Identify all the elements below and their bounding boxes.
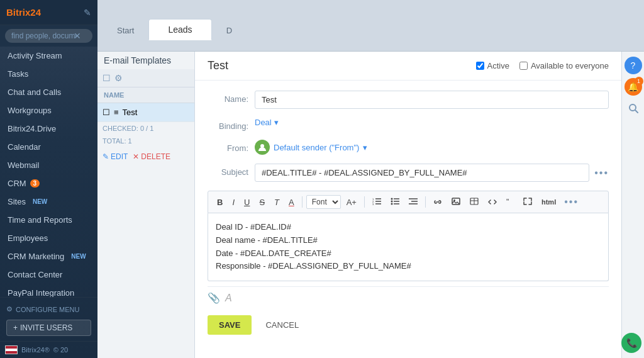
sidebar-item-bitrix24-drive[interactable]: Bitrix24.Drive (0, 120, 97, 138)
sidebar-item-paypal[interactable]: PayPal Integration (0, 284, 97, 297)
footer-brand: Bitrix24® (21, 346, 50, 354)
svg-point-11 (391, 200, 392, 202)
search-clear-icon[interactable]: ✕ (74, 31, 81, 41)
binding-select[interactable]: Deal ▾ (255, 118, 609, 127)
list-item[interactable]: ☐ ≡ Test (97, 103, 194, 122)
font-size-button[interactable]: A+ (343, 196, 360, 209)
color-button[interactable]: A (285, 196, 298, 209)
sidebar-nav: Activity Stream Tasks Chat and Calls Wor… (0, 47, 97, 297)
sidebar-item-label: PayPal Integration (8, 288, 74, 297)
strikethrough-button[interactable]: S (255, 196, 269, 209)
sidebar-item-employees[interactable]: Employees (0, 229, 97, 247)
list-panel: E-mail Templates ☐ ⚙ NAME ☐ ≡ Test CHECK… (97, 52, 195, 358)
from-value: Default sender ("From") ▾ (255, 140, 609, 155)
form-title: Test (208, 59, 228, 72)
sidebar-item-label: Activity Stream (8, 51, 62, 60)
name-input[interactable] (255, 91, 609, 109)
editor-line-4: Responsible - #DEAL.ASSIGNED_BY_FULL_NAM… (216, 260, 601, 273)
sidebar-item-crm-marketing[interactable]: CRM Marketing NEW (0, 247, 97, 266)
text-format-icon[interactable]: A (225, 293, 232, 304)
unordered-list-button[interactable] (387, 196, 403, 209)
quote-button[interactable]: " (502, 196, 518, 209)
invite-users-button[interactable]: + INVITE USERS (6, 320, 91, 336)
code-button[interactable] (484, 196, 501, 209)
right-rail: ? 🔔 1 📞 (621, 52, 644, 358)
sidebar-item-activity-stream[interactable]: Activity Stream (0, 47, 97, 65)
subject-more-icon[interactable]: ••• (594, 167, 609, 179)
phone-button[interactable]: 📞 (621, 333, 641, 353)
bold-button[interactable]: B (213, 196, 226, 209)
sidebar-item-webmail[interactable]: Webmail (0, 156, 97, 174)
cancel-button[interactable]: CANCEL (259, 315, 305, 335)
phone-icon: 📞 (626, 338, 637, 348)
subject-value: ••• (255, 164, 609, 182)
sidebar-item-crm[interactable]: CRM 3 (0, 174, 97, 193)
table-button[interactable] (466, 196, 482, 209)
delete-action-link[interactable]: ✕ DELETE (133, 152, 170, 161)
available-checkbox-label[interactable]: Available to everyone (519, 61, 609, 70)
svg-text:": " (506, 199, 509, 205)
tabs-area: Start Leads D (97, 0, 644, 52)
attach-icon[interactable]: 📎 (208, 292, 220, 304)
sidebar-item-label: Time and Reports (8, 215, 72, 225)
sidebar: Bitrix24 ✎ ✕ Activity Stream Tasks Chat … (0, 0, 97, 358)
sidebar-item-contact-center[interactable]: Contact Center (0, 266, 97, 284)
available-label: Available to everyone (531, 61, 609, 70)
toolbar-more-icon[interactable]: ••• (564, 196, 579, 208)
fullscreen-button[interactable] (519, 196, 536, 209)
gear-settings-icon[interactable]: ⚙ (114, 73, 123, 83)
from-select[interactable]: Default sender ("From") ▾ (255, 140, 609, 155)
indent-button[interactable] (405, 196, 421, 209)
available-checkbox[interactable] (519, 62, 528, 70)
main-area: Start Leads D E-mail Templates ☐ ⚙ NAME … (97, 0, 644, 358)
edit-icon-small: ✎ (103, 152, 109, 161)
tab-start[interactable]: Start (104, 20, 147, 40)
sidebar-item-time-reports[interactable]: Time and Reports (0, 211, 97, 229)
configure-menu-button[interactable]: ⚙ CONFIGURE MENU (6, 303, 91, 316)
font-select[interactable]: Font (306, 195, 341, 209)
active-checkbox-label[interactable]: Active (476, 61, 509, 70)
sidebar-item-label: Contact Center (8, 270, 62, 279)
edit-icon[interactable]: ✎ (84, 8, 91, 18)
checkbox-icon[interactable]: ☐ (103, 73, 111, 83)
name-label: Name: (208, 91, 248, 104)
sidebar-item-tasks[interactable]: Tasks (0, 65, 97, 83)
ordered-list-button[interactable]: 1.2.3. (369, 196, 385, 209)
sidebar-item-label: Workgroups (8, 106, 52, 115)
list-item-menu-icon[interactable]: ≡ (114, 108, 119, 117)
image-button[interactable] (448, 196, 464, 209)
edit-action-link[interactable]: ✎ EDIT (103, 152, 128, 161)
help-button[interactable]: ? (625, 57, 642, 74)
save-button[interactable]: SAVE (208, 315, 252, 335)
notifications-button[interactable]: 🔔 1 (625, 78, 642, 96)
flag-icon[interactable] (5, 345, 18, 354)
name-value (255, 91, 609, 109)
subject-row: Subject ••• (208, 164, 609, 182)
italic2-button[interactable]: T (270, 196, 283, 209)
subject-input[interactable] (255, 164, 589, 182)
list-item-checkbox[interactable]: ☐ (103, 108, 110, 117)
link-button[interactable] (430, 196, 446, 209)
editor-content[interactable]: Deal ID - #DEAL.ID# Deal name - #DEAL.TI… (208, 213, 609, 281)
active-checkbox[interactable] (476, 62, 484, 70)
tab-d[interactable]: D (213, 20, 245, 40)
crm-marketing-badge-new: NEW (68, 252, 89, 260)
search-rail-button[interactable] (625, 99, 642, 117)
subject-label: Subject (208, 164, 248, 177)
toolbar-separator-1 (302, 196, 303, 208)
underline-button[interactable]: U (240, 196, 253, 209)
binding-row: Binding: Deal ▾ (208, 118, 609, 131)
sidebar-item-sites[interactable]: Sites NEW (0, 193, 97, 211)
sidebar-item-label: Sites (8, 197, 26, 206)
sidebar-item-calendar[interactable]: Calendar (0, 138, 97, 156)
list-toolbar: ☐ ⚙ (97, 69, 194, 87)
html-button[interactable]: html (538, 196, 560, 208)
italic-button[interactable]: I (228, 196, 238, 209)
delete-label: DELETE (141, 152, 170, 161)
svg-line-23 (635, 110, 638, 113)
app-name-bitrix: Bitrix (6, 7, 30, 18)
sidebar-item-workgroups[interactable]: Workgroups (0, 101, 97, 120)
sidebar-item-chat-calls[interactable]: Chat and Calls (0, 83, 97, 101)
tab-leads[interactable]: Leads (148, 19, 211, 40)
sidebar-item-label: Bitrix24.Drive (8, 124, 56, 133)
